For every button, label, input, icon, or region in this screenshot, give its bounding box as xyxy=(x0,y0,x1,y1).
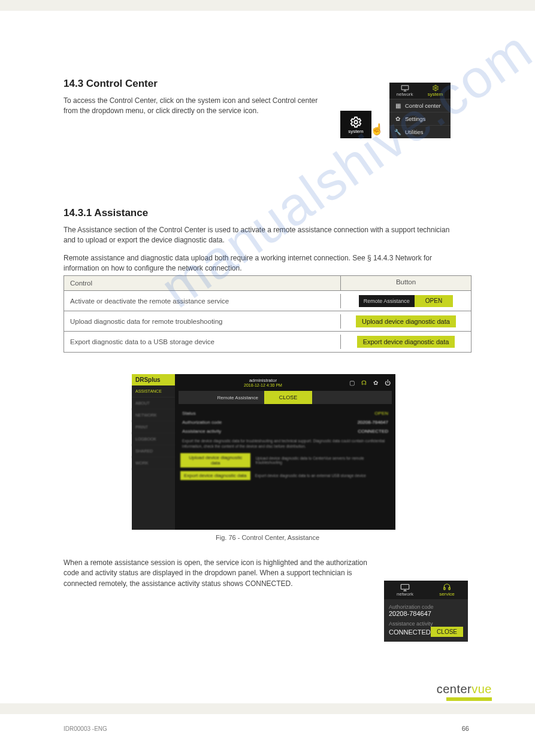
cell-text: Upload diagnostic data for remote troubl… xyxy=(64,314,341,329)
monitor-icon xyxy=(400,583,410,591)
table-row: Export diagnostic data to a USB storage … xyxy=(64,332,471,352)
menu-item-label: Control center xyxy=(405,102,441,109)
svg-point-2 xyxy=(434,87,436,89)
controls-table: Control Button Activate or deactivate th… xyxy=(64,275,471,353)
col-header-control: Control xyxy=(64,276,341,290)
logo-left: center xyxy=(437,682,472,696)
gear-icon xyxy=(349,116,362,129)
svg-point-0 xyxy=(354,120,358,124)
description-text: Export the device diagnostic data for tr… xyxy=(179,436,392,451)
open-button[interactable]: OPEN xyxy=(415,295,453,307)
kv-value: OPEN xyxy=(374,411,388,416)
monitor-icon[interactable]: ▢ xyxy=(347,378,356,387)
menu-item-label: Utilities xyxy=(405,129,424,135)
nav-item[interactable]: PRINT xyxy=(132,421,175,433)
svg-rect-1 xyxy=(401,86,409,90)
nav-item[interactable]: NETWORK xyxy=(132,409,175,421)
kv-value: 20208-784647 xyxy=(357,420,388,425)
nav-item-assistance[interactable]: ASSISTANCE xyxy=(132,385,175,397)
figure-caption: Fig. 76 - Control Center, Assistance xyxy=(0,534,535,541)
menu-item-utilities[interactable]: 🔧 Utilities xyxy=(389,125,451,138)
tab-label: network xyxy=(397,591,413,597)
gear-icon[interactable]: ✿ xyxy=(371,378,380,387)
auth-code-label: Authorization code xyxy=(389,604,463,610)
kv-key: Status xyxy=(182,411,196,416)
power-icon[interactable]: ⏻ xyxy=(383,378,392,387)
gear-icon: ✿ xyxy=(394,116,401,122)
nav-item[interactable]: SHARED xyxy=(132,445,175,457)
remote-assistance-label: Remote Assistance xyxy=(359,298,415,304)
kv-key: Assistance activity xyxy=(182,429,221,434)
remote-assistance-control: Remote Assistance OPEN xyxy=(359,295,453,307)
kv-value: CONNECTED xyxy=(358,429,388,434)
remote-assistance-label: Remote Assistance xyxy=(179,395,264,400)
table-row: Upload diagnostic data for remote troubl… xyxy=(64,311,471,332)
upload-diagnostic-button[interactable]: Upload device diagnostic data xyxy=(180,453,250,467)
screenshot-control-center: DRSplus ASSISTANCE ABOUT NETWORK PRINT L… xyxy=(132,374,395,530)
menu-item-settings[interactable]: ✿ Settings xyxy=(389,112,451,125)
tab-system[interactable]: system xyxy=(420,83,451,99)
close-button[interactable]: CLOSE xyxy=(431,627,463,637)
service-dropdown-panel: network service Authorization code 20208… xyxy=(384,581,468,642)
tab-label: service xyxy=(439,591,454,597)
tab-network[interactable]: network xyxy=(389,83,420,99)
export-diagnostic-button[interactable]: Export device diagnostic data xyxy=(180,471,250,480)
close-button[interactable]: CLOSE xyxy=(264,391,312,404)
headset-icon[interactable]: ☊ xyxy=(359,378,368,387)
activity-value: CONNECTED xyxy=(389,629,431,636)
svg-rect-4 xyxy=(444,588,445,590)
headset-icon xyxy=(442,583,452,591)
action-description: Export device diagnostic data to an exte… xyxy=(255,473,366,478)
header-user: administrator xyxy=(179,378,347,383)
cell-text: Activate or deactivate the remote assist… xyxy=(64,294,341,308)
export-diagnostic-button[interactable]: Export device diagnostic data xyxy=(357,336,455,348)
system-icon-label: system xyxy=(348,129,363,134)
activity-label: Assistance activity xyxy=(389,621,463,627)
svg-rect-3 xyxy=(401,584,409,589)
nav-item[interactable]: ABOUT xyxy=(132,397,175,409)
nav-item[interactable]: WORK xyxy=(132,457,175,469)
pointer-hand-icon: ☝ xyxy=(370,123,383,136)
brand-logo: centervue xyxy=(437,682,492,701)
logo-right: vue xyxy=(471,682,492,696)
section-heading: 14.3.1 Assistance xyxy=(64,207,471,219)
wrench-icon: 🔧 xyxy=(394,129,401,135)
gear-icon xyxy=(431,84,440,92)
tab-label: network xyxy=(396,92,413,97)
nav-item[interactable]: LOGBOOK xyxy=(132,433,175,445)
monitor-icon xyxy=(401,84,409,92)
system-dropdown: network system ▦ Control center xyxy=(389,83,451,138)
paragraph: To access the Control Center, click on t… xyxy=(64,96,327,117)
menu-item-label: Settings xyxy=(405,116,425,122)
paragraph: The Assistance section of the Control Ce… xyxy=(64,225,459,246)
paragraph: When a remote assistance session is open… xyxy=(64,558,375,589)
system-icon-button[interactable]: system xyxy=(340,111,371,138)
logo-underline xyxy=(446,697,492,701)
action-description: Upload device diagnostic data to CenterV… xyxy=(255,456,390,464)
tab-label: system xyxy=(428,92,443,97)
header-bar xyxy=(0,0,535,11)
grid-icon: ▦ xyxy=(394,102,401,109)
kv-key: Authorization code xyxy=(182,420,222,425)
tab-network[interactable]: network xyxy=(384,581,426,599)
header-date: 2018-12-12 4:30 PM xyxy=(179,383,347,387)
app-title: DRSplus xyxy=(132,374,175,385)
tab-service[interactable]: service xyxy=(426,581,468,599)
system-menu-figure: system ☝ network system xyxy=(340,83,451,138)
doc-code: IDR00003 -ENG xyxy=(64,725,107,732)
auth-code-value: 20208-784647 xyxy=(389,610,463,617)
col-header-button: Button xyxy=(341,276,471,290)
svg-rect-5 xyxy=(449,588,450,590)
menu-item-control-center[interactable]: ▦ Control center xyxy=(389,99,451,112)
footer-bar xyxy=(0,703,535,714)
upload-diagnostic-button[interactable]: Upload device diagnostic data xyxy=(356,315,456,327)
page-number: 66 xyxy=(462,725,469,732)
table-row: Activate or deactivate the remote assist… xyxy=(64,291,471,311)
cell-text: Export diagnostic data to a USB storage … xyxy=(64,335,341,349)
paragraph: Remote assistance and diagnostic data up… xyxy=(64,253,459,274)
